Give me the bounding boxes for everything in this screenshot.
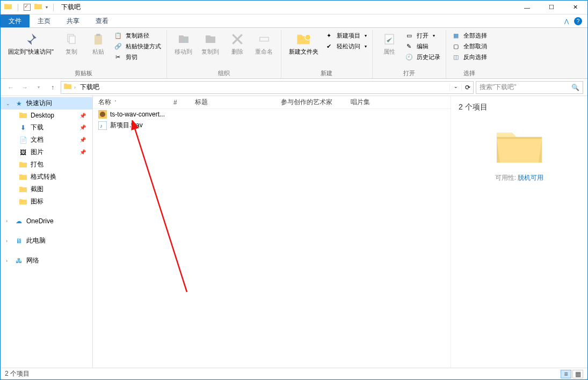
folder-icon (34, 2, 42, 12)
svg-text:♪: ♪ (100, 123, 103, 129)
ribbon-group-open: 属性 ▭打开▾ ✎编辑 🕘历史记录 打开 (373, 30, 446, 78)
details-pane: 2 个项目 可用性: 脱机可用 (451, 96, 587, 368)
sidebar-item-network[interactable]: ›🖧网络 (1, 254, 92, 267)
select-none-icon: ▢ (452, 42, 460, 50)
sidebar-item-dabao[interactable]: 打包 (1, 158, 92, 171)
address-dropdown-icon[interactable]: ⌄ (449, 84, 461, 91)
sidebar-item-this-pc[interactable]: ›🖥此电脑 (1, 235, 92, 247)
tab-file[interactable]: 文件 (1, 14, 30, 27)
pin-to-quick-access-button[interactable]: 固定到"快速访问" (6, 30, 56, 56)
expand-icon[interactable]: › (6, 218, 11, 224)
help-icon[interactable]: ? (574, 17, 582, 25)
copy-path-button: 📋复制路径 (114, 31, 161, 40)
crumb-separator-icon[interactable]: › (74, 85, 76, 90)
history-button[interactable]: 🕘历史记录 (405, 53, 440, 61)
column-artist[interactable]: 参与创作的艺术家 (281, 98, 351, 107)
minimize-button[interactable]: — (515, 1, 539, 14)
folder-icon (19, 185, 27, 194)
sidebar-item-quick-access[interactable]: ⌄ ★ 快速访问 (1, 97, 92, 109)
document-icon: 📄 (19, 136, 27, 144)
rename-icon (256, 31, 272, 47)
shortcut-icon: 🔗 (114, 42, 122, 50)
new-item-button[interactable]: ✦新建项目▾ (325, 31, 367, 40)
column-title[interactable]: 标题 (195, 98, 281, 107)
title-bar: ▾ 下载吧 — ☐ ✕ (1, 1, 587, 14)
cut-button: ✂剪切 (114, 53, 161, 61)
recent-dropdown[interactable]: ▾ (33, 82, 45, 93)
forward-button: → (19, 82, 31, 93)
sidebar-item-screenshot[interactable]: 截图 (1, 183, 92, 195)
delete-button: 删除 (226, 30, 249, 56)
easy-access-button[interactable]: ✔轻松访问▾ (325, 42, 367, 50)
file-row[interactable]: ♪ 新项目.wav (98, 120, 451, 131)
select-all-button[interactable]: ▦全部选择 (452, 31, 487, 40)
select-none-button[interactable]: ▢全部取消 (452, 42, 487, 50)
path-icon: 📋 (114, 31, 122, 40)
address-bar[interactable]: › 下载吧 ⌄ ⟳ (61, 81, 474, 94)
file-name: ts-to-wav-convert... (110, 111, 165, 118)
cloud-icon: ☁ (14, 217, 23, 225)
copy-to-icon (202, 31, 219, 47)
ribbon-group-clipboard: 固定到"快速访问" 复制 粘贴 📋复制路径 🔗粘贴快捷方式 ✂剪切 剪贴板 (1, 30, 167, 78)
file-name: 新项目.wav (110, 121, 143, 130)
search-placeholder: 搜索"下载吧" (480, 83, 517, 92)
tab-view[interactable]: 查看 (88, 14, 117, 27)
copy-icon (63, 31, 79, 47)
up-button[interactable]: ↑ (47, 82, 59, 93)
search-input[interactable]: 搜索"下载吧" 🔍 (476, 81, 583, 94)
svg-rect-1 (69, 36, 75, 43)
expand-icon[interactable]: › (6, 238, 11, 244)
back-button[interactable]: ← (5, 82, 17, 93)
breadcrumb-item[interactable]: 下载吧 (78, 83, 101, 92)
expand-icon[interactable]: ⌄ (6, 101, 11, 106)
qa-dropdown-caret-icon[interactable]: ▾ (46, 5, 48, 10)
navigation-bar: ← → ▾ ↑ › 下载吧 ⌄ ⟳ 搜索"下载吧" 🔍 (1, 79, 587, 96)
paste-shortcut-button: 🔗粘贴快捷方式 (114, 42, 161, 50)
file-row[interactable]: ts-to-wav-convert... (98, 109, 451, 120)
refresh-button[interactable]: ⟳ (461, 84, 473, 91)
new-folder-icon (295, 31, 311, 47)
network-icon: 🖧 (14, 257, 23, 265)
column-album[interactable]: 唱片集 (351, 98, 404, 107)
sidebar-item-onedrive[interactable]: ›☁OneDrive (1, 215, 92, 227)
collapse-ribbon-icon[interactable]: ⋀ (564, 18, 569, 24)
tab-share[interactable]: 共享 (59, 14, 88, 27)
close-button[interactable]: ✕ (563, 1, 587, 14)
column-headers[interactable]: 名称˄ # 标题 参与创作的艺术家 唱片集 (93, 96, 451, 109)
file-list-pane: 名称˄ # 标题 参与创作的艺术家 唱片集 ts-to-wav-convert.… (93, 96, 451, 368)
details-availability: 可用性: 脱机可用 (459, 173, 580, 182)
download-icon: ⬇ (19, 123, 27, 132)
invert-selection-button[interactable]: ◫反向选择 (452, 53, 487, 61)
delete-icon (229, 31, 245, 47)
view-icons-button[interactable]: ▦ (572, 370, 583, 378)
separator (18, 4, 18, 11)
sidebar-item-desktop[interactable]: Desktop📌 (1, 109, 92, 121)
column-number[interactable]: # (173, 99, 195, 106)
copy-button: 复制 (60, 30, 83, 56)
folder-icon (19, 173, 27, 181)
scissors-icon: ✂ (114, 53, 122, 61)
column-name[interactable]: 名称 (98, 98, 111, 107)
tab-home[interactable]: 主页 (30, 14, 59, 27)
new-folder-button[interactable]: 新建文件夹 (287, 30, 321, 56)
invert-icon: ◫ (452, 53, 460, 61)
navigation-pane[interactable]: ⌄ ★ 快速访问 Desktop📌 ⬇下载📌 📄文档📌 🖼图片📌 打包 格式转换… (1, 96, 93, 368)
sidebar-item-documents[interactable]: 📄文档📌 (1, 134, 92, 146)
sidebar-item-icon[interactable]: 图标 (1, 195, 92, 208)
expand-icon[interactable]: › (6, 258, 11, 264)
qa-checkbox-1[interactable] (24, 4, 31, 11)
ribbon-tab-strip: 文件 主页 共享 查看 ⋀ ? (1, 14, 587, 28)
window-title: 下载吧 (61, 3, 81, 12)
sidebar-item-pictures[interactable]: 🖼图片📌 (1, 146, 92, 158)
copy-to-button: 复制到 (199, 30, 222, 56)
pin-icon: 📌 (79, 137, 86, 143)
sidebar-item-format-convert[interactable]: 格式转换 (1, 171, 92, 183)
paste-icon (90, 31, 106, 47)
move-to-button: 移动到 (172, 30, 195, 56)
pin-icon: 📌 (79, 113, 86, 119)
view-details-button[interactable]: ≡ (561, 370, 571, 378)
sidebar-item-downloads[interactable]: ⬇下载📌 (1, 121, 92, 134)
maximize-button[interactable]: ☐ (539, 1, 563, 14)
rename-button: 重命名 (253, 30, 275, 56)
folder-icon (19, 160, 27, 169)
